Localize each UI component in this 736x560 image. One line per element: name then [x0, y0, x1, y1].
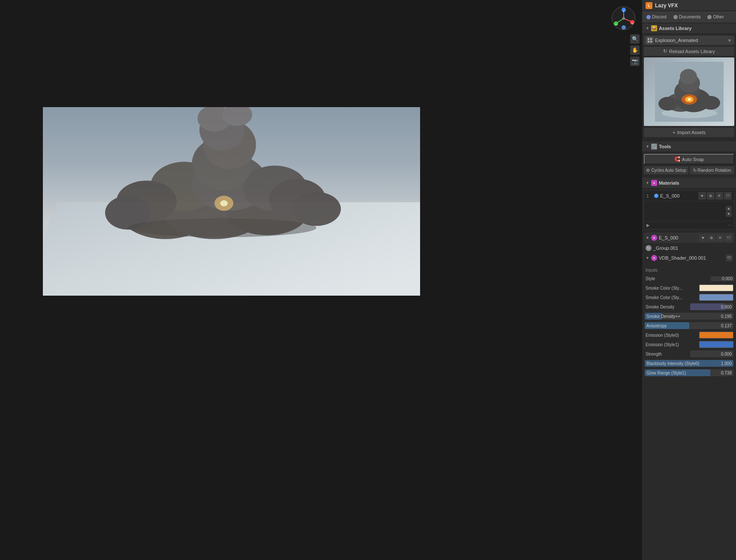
panel-header: L Lazy VFX	[642, 0, 736, 11]
smoke-color-0-swatch[interactable]	[699, 284, 733, 291]
material-dropdown[interactable]: ▲ ▼	[644, 201, 734, 221]
import-plus-icon: +	[673, 130, 675, 135]
glow-range-slider[interactable]: Glow Range (Style1) 0.738	[645, 369, 733, 376]
material-down-button[interactable]: ▼	[726, 212, 732, 217]
right-panel: L Lazy VFX Discord Documents Other ▼ 📦 A…	[642, 0, 736, 560]
discord-tab[interactable]: Discord	[645, 14, 668, 20]
nav-tabs: Discord Documents Other	[642, 11, 736, 23]
material-list: 1 E_S_000 ♥ ⊕ ✕ 🛡 ▲ ▼ ▶ ···	[644, 190, 734, 229]
smoke-density-slider[interactable]: 0.800	[690, 303, 734, 310]
assets-library-icon: 📦	[651, 25, 657, 31]
emission-style0-row: Emission (Style0)	[644, 331, 734, 339]
material-shader-name: E_S_000	[659, 235, 697, 240]
vdb-chevron: ▼	[646, 256, 649, 260]
play-button[interactable]: ▶	[646, 223, 650, 228]
random-rotation-button[interactable]: ↻ Random Rotation	[690, 166, 734, 174]
random-rotation-label: Random Rotation	[698, 168, 731, 173]
svg-point-42	[688, 98, 691, 101]
emission-style0-label: Emission (Style0)	[644, 333, 699, 338]
smoke-color-1-row: Smoke Color (Sty...	[644, 293, 734, 302]
material-copy-button[interactable]: ⊕	[707, 192, 715, 200]
material-color-dot	[654, 194, 658, 198]
smoke-density-pp-row: Smoke Density++ 0.195	[644, 312, 734, 320]
hand-tool-icon[interactable]: ✋	[630, 45, 640, 55]
import-assets-button[interactable]: + Import Assets	[644, 128, 734, 137]
dropdown-arrow-icon: ▼	[727, 38, 732, 43]
tools-section-header[interactable]: ▼ 🔧 Tools	[642, 141, 736, 152]
import-label: Import Assets	[677, 130, 706, 135]
svg-rect-32	[650, 41, 652, 42]
nav-gizmo[interactable]: Z Y X	[612, 6, 637, 32]
svg-text:X: X	[631, 22, 633, 25]
svg-point-26	[220, 200, 228, 206]
smoke-density-pp-slider[interactable]: Smoke Density++ 0.195	[645, 313, 733, 320]
materials-icon: ●	[651, 180, 657, 186]
smoke-density-label: Smoke Density	[644, 305, 689, 309]
anisotropy-slider[interactable]: Anisotropy 0.137	[645, 322, 733, 329]
material-favorite-button[interactable]: ♥	[698, 192, 706, 200]
material-controls: ▲ ▼	[726, 206, 732, 217]
auto-snap-icon: 🧲	[674, 156, 680, 162]
materials-content: 1 E_S_000 ♥ ⊕ ✕ 🛡 ▲ ▼ ▶ ···	[642, 189, 736, 233]
strength-slider[interactable]: 0.000	[690, 350, 734, 357]
material-shader-icon: ●	[651, 235, 657, 241]
other-tab[interactable]: Other	[706, 14, 725, 20]
smoke-color-1-swatch[interactable]	[699, 294, 733, 301]
asset-dropdown[interactable]: Explosion_Animated ▼	[644, 36, 734, 45]
svg-point-10	[622, 25, 626, 30]
material-shader-row: ▼ ● E_S_000 ♥ ⊕ ✕ 🛡	[644, 233, 734, 243]
material-shader-chevron: ▼	[646, 236, 649, 240]
anisotropy-row: Anisotropy 0.137	[644, 321, 734, 330]
emission-style1-row: Emission (Style1)	[644, 340, 734, 349]
shader-shield-button[interactable]: 🛡	[725, 234, 733, 242]
material-up-button[interactable]: ▲	[726, 206, 732, 211]
materials-section-header[interactable]: ▼ ● Materials	[642, 178, 736, 189]
shader-copy-button[interactable]: ⊕	[708, 234, 715, 242]
more-options-button[interactable]: ···	[728, 223, 732, 228]
documents-tab[interactable]: Documents	[672, 14, 703, 20]
auto-snap-label: Auto Snap	[682, 157, 704, 162]
shader-remove-button[interactable]: ✕	[716, 234, 724, 242]
materials-chevron: ▼	[646, 181, 649, 185]
cycles-icon: ⚙	[646, 168, 650, 173]
emission-style1-label: Emission (Style1)	[644, 342, 699, 347]
material-remove-button[interactable]: ✕	[715, 192, 723, 200]
svg-rect-30	[650, 38, 652, 40]
main-viewport: Z Y X 🔍 ✋ 📷	[0, 0, 642, 560]
emission-style0-swatch[interactable]	[699, 332, 733, 338]
material-name: E_S_000	[660, 193, 698, 198]
tools-chevron: ▼	[646, 144, 649, 149]
smoke-color-0-label: Smoke Color (Sty...	[644, 286, 699, 290]
cycles-setup-button[interactable]: ⚙ Cycles Auto Setup	[644, 166, 688, 174]
blackbody-intensity-slider[interactable]: Blackbody Intensity (Style0) 1.000	[645, 360, 733, 367]
material-index: 1	[646, 194, 652, 198]
tools-title: Tools	[659, 144, 671, 149]
strength-row: Strength 0.000	[644, 350, 734, 358]
app-title: Lazy VFX	[655, 3, 678, 9]
asset-dropdown-value: Explosion_Animated	[655, 38, 727, 43]
vdb-shield-button[interactable]: 🛡	[726, 255, 733, 261]
reload-icon: ↻	[663, 48, 667, 54]
camera-tool-icon[interactable]: 📷	[630, 57, 640, 66]
assets-library-content: Explosion_Animated ▼ ↻ Reload Assets Lib…	[642, 34, 736, 141]
shader-favorite-button[interactable]: ♥	[699, 234, 707, 242]
material-list-footer: ▶ ···	[644, 221, 734, 229]
random-rotation-icon: ↻	[693, 168, 697, 173]
svg-point-44	[701, 96, 720, 110]
auto-snap-button[interactable]: 🧲 Auto Snap	[644, 154, 734, 165]
search-tool-icon[interactable]: 🔍	[630, 34, 640, 44]
group-node-icon: ↻	[646, 245, 652, 251]
material-shield-button[interactable]: 🛡	[724, 192, 732, 200]
reload-assets-button[interactable]: ↻ Reload Assets Library	[644, 47, 734, 56]
render-viewport	[43, 107, 420, 296]
tools-content: 🧲 Auto Snap ⚙ Cycles Auto Setup ↻ Random…	[642, 152, 736, 178]
assets-library-title: Assets Library	[659, 26, 691, 31]
assets-library-section-header[interactable]: ▼ 📦 Assets Library	[642, 23, 736, 34]
svg-text:Y: Y	[615, 24, 617, 26]
emission-style1-swatch[interactable]	[699, 341, 733, 348]
assets-library-chevron: ▼	[646, 26, 649, 30]
viewport-tools: 🔍 ✋ 📷	[630, 34, 640, 66]
tools-row: ⚙ Cycles Auto Setup ↻ Random Rotation	[644, 166, 734, 174]
tools-icon: 🔧	[651, 144, 657, 150]
style-field-value[interactable]: 0.000	[711, 276, 734, 281]
